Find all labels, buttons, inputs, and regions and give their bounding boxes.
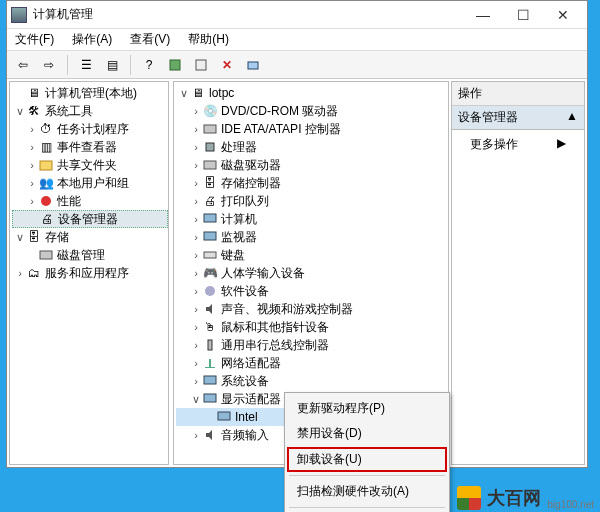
tree-system-tools[interactable]: ∨ 🛠 系统工具 bbox=[12, 102, 168, 120]
tree-label: 网络适配器 bbox=[221, 355, 281, 372]
svg-rect-8 bbox=[204, 161, 216, 169]
tree-device-manager[interactable]: 🖨 设备管理器 bbox=[12, 210, 168, 228]
menu-view[interactable]: 查看(V) bbox=[128, 29, 172, 50]
svg-rect-10 bbox=[204, 232, 216, 240]
dev-cpu[interactable]: ›处理器 bbox=[176, 138, 448, 156]
menu-file[interactable]: 文件(F) bbox=[13, 29, 56, 50]
expand-icon[interactable]: › bbox=[190, 105, 202, 117]
expand-icon[interactable]: › bbox=[190, 375, 202, 387]
tree-label: 键盘 bbox=[221, 247, 245, 264]
dev-computer[interactable]: ›计算机 bbox=[176, 210, 448, 228]
tree-label: 磁盘管理 bbox=[57, 247, 105, 264]
expand-icon[interactable]: › bbox=[26, 123, 38, 135]
expand-icon[interactable]: › bbox=[190, 123, 202, 135]
scan-hardware-button[interactable] bbox=[241, 54, 265, 76]
dev-root[interactable]: ∨ 🖥 lotpc bbox=[176, 84, 448, 102]
storage-ctrl-icon: 🗄 bbox=[202, 175, 218, 191]
tree-label: Intel bbox=[235, 410, 258, 424]
expand-icon[interactable]: › bbox=[190, 195, 202, 207]
mouse-icon: 🖱 bbox=[202, 319, 218, 335]
dev-disk-drives[interactable]: ›磁盘驱动器 bbox=[176, 156, 448, 174]
tree-task-scheduler[interactable]: › ⏱ 任务计划程序 bbox=[12, 120, 168, 138]
expand-icon[interactable]: › bbox=[190, 357, 202, 369]
up-button[interactable]: ☰ bbox=[74, 54, 98, 76]
ctx-uninstall-device[interactable]: 卸载设备(U) bbox=[287, 447, 447, 472]
device-manager-icon: 🖨 bbox=[39, 211, 55, 227]
dev-net[interactable]: ›网络适配器 bbox=[176, 354, 448, 372]
collapse-icon[interactable]: ∨ bbox=[14, 231, 26, 244]
expand-icon[interactable]: › bbox=[190, 249, 202, 261]
sys-icon bbox=[202, 373, 218, 389]
dev-ide[interactable]: ›IDE ATA/ATAPI 控制器 bbox=[176, 120, 448, 138]
expand-icon[interactable]: › bbox=[190, 285, 202, 297]
dev-keyboard[interactable]: ›键盘 bbox=[176, 246, 448, 264]
dev-usb[interactable]: ›通用串行总线控制器 bbox=[176, 336, 448, 354]
ctx-scan-hardware[interactable]: 扫描检测硬件改动(A) bbox=[287, 479, 447, 504]
expand-icon[interactable]: › bbox=[190, 177, 202, 189]
delete-button[interactable]: ✕ bbox=[215, 54, 239, 76]
expand-icon[interactable]: › bbox=[190, 213, 202, 225]
tree-storage[interactable]: ∨ 🗄 存储 bbox=[12, 228, 168, 246]
expand-icon[interactable]: › bbox=[190, 231, 202, 243]
show-hide-tree-button[interactable]: ▤ bbox=[100, 54, 124, 76]
console-tree[interactable]: 🖥 计算机管理(本地) ∨ 🛠 系统工具 › ⏱ 任务计划程序 › ▥ 事件查看… bbox=[10, 82, 168, 284]
dev-mouse[interactable]: ›🖱鼠标和其他指针设备 bbox=[176, 318, 448, 336]
dev-storage-ctrl[interactable]: ›🗄存储控制器 bbox=[176, 174, 448, 192]
expand-icon[interactable]: › bbox=[190, 159, 202, 171]
expand-icon[interactable]: › bbox=[190, 267, 202, 279]
tree-label: 打印队列 bbox=[221, 193, 269, 210]
collapse-icon[interactable]: ▲ bbox=[566, 109, 578, 126]
tree-label: 声音、视频和游戏控制器 bbox=[221, 301, 353, 318]
actions-subheader[interactable]: 设备管理器 ▲ bbox=[452, 106, 584, 130]
dvd-icon: 💿 bbox=[202, 103, 218, 119]
expand-icon[interactable]: › bbox=[26, 177, 38, 189]
collapse-icon[interactable]: ∨ bbox=[178, 87, 190, 100]
help-button[interactable]: ? bbox=[137, 54, 161, 76]
tree-root[interactable]: 🖥 计算机管理(本地) bbox=[12, 84, 168, 102]
expand-icon[interactable]: › bbox=[26, 195, 38, 207]
expand-icon[interactable]: › bbox=[14, 267, 26, 279]
tree-event-viewer[interactable]: › ▥ 事件查看器 bbox=[12, 138, 168, 156]
tree-services-apps[interactable]: › 🗂 服务和应用程序 bbox=[12, 264, 168, 282]
tree-disk-mgmt[interactable]: 磁盘管理 bbox=[12, 246, 168, 264]
collapse-icon[interactable]: ∨ bbox=[14, 105, 26, 118]
sound-icon bbox=[202, 301, 218, 317]
dev-sys-dev[interactable]: ›系统设备 bbox=[176, 372, 448, 390]
svg-rect-3 bbox=[40, 161, 52, 170]
properties-button[interactable] bbox=[189, 54, 213, 76]
tree-label: 通用串行总线控制器 bbox=[221, 337, 329, 354]
dev-sound[interactable]: ›声音、视频和游戏控制器 bbox=[176, 300, 448, 318]
minimize-button[interactable]: — bbox=[463, 3, 503, 27]
dev-monitor[interactable]: ›监视器 bbox=[176, 228, 448, 246]
expand-icon[interactable]: › bbox=[190, 141, 202, 153]
ctx-update-driver[interactable]: 更新驱动程序(P) bbox=[287, 396, 447, 421]
collapse-icon[interactable]: ∨ bbox=[190, 393, 202, 406]
dev-print-q[interactable]: ›🖨打印队列 bbox=[176, 192, 448, 210]
actions-sub-label: 设备管理器 bbox=[458, 109, 518, 126]
disk-icon bbox=[38, 247, 54, 263]
refresh-button[interactable] bbox=[163, 54, 187, 76]
back-button[interactable]: ⇦ bbox=[11, 54, 35, 76]
expand-icon[interactable]: › bbox=[190, 429, 202, 441]
svg-point-4 bbox=[41, 196, 51, 206]
tree-local-users[interactable]: › 👥 本地用户和组 bbox=[12, 174, 168, 192]
expand-icon[interactable]: › bbox=[190, 321, 202, 333]
ctx-disable-device[interactable]: 禁用设备(D) bbox=[287, 421, 447, 446]
close-button[interactable]: ✕ bbox=[543, 3, 583, 27]
menu-action[interactable]: 操作(A) bbox=[70, 29, 114, 50]
dev-hid[interactable]: ›🎮人体学输入设备 bbox=[176, 264, 448, 282]
menu-help[interactable]: 帮助(H) bbox=[186, 29, 231, 50]
expand-icon[interactable]: › bbox=[190, 339, 202, 351]
forward-button[interactable]: ⇨ bbox=[37, 54, 61, 76]
actions-more[interactable]: 更多操作 ▶ bbox=[452, 130, 584, 159]
tree-shared-folders[interactable]: › 共享文件夹 bbox=[12, 156, 168, 174]
keyboard-icon bbox=[202, 247, 218, 263]
expand-icon[interactable]: › bbox=[26, 159, 38, 171]
tree-performance[interactable]: › 性能 bbox=[12, 192, 168, 210]
expand-icon[interactable]: › bbox=[190, 303, 202, 315]
dev-software[interactable]: ›软件设备 bbox=[176, 282, 448, 300]
dev-dvd[interactable]: ›💿DVD/CD-ROM 驱动器 bbox=[176, 102, 448, 120]
usb-icon bbox=[202, 337, 218, 353]
expand-icon[interactable]: › bbox=[26, 141, 38, 153]
maximize-button[interactable]: ☐ bbox=[503, 3, 543, 27]
